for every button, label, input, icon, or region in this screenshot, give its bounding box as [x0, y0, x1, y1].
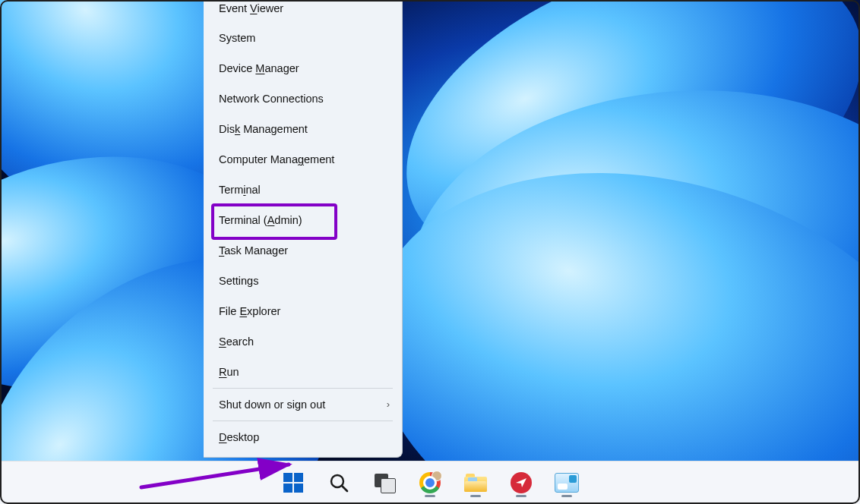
- menu-item-terminal[interactable]: Terminal: [204, 175, 402, 205]
- menu-item-settings[interactable]: Settings: [204, 266, 402, 296]
- desktop-wallpaper: [0, 0, 860, 504]
- menu-item-terminal-admin[interactable]: Terminal (Admin): [204, 205, 402, 235]
- taskbar-file-explorer-button[interactable]: [460, 467, 492, 499]
- winx-context-menu: Event ViewerSystemDevice ManagerNetwork …: [204, 0, 403, 458]
- taskbar-control-panel-button[interactable]: [551, 467, 583, 499]
- menu-item-event-viewer[interactable]: Event Viewer: [204, 0, 402, 23]
- paper-plane-icon: [511, 472, 532, 493]
- menu-item-system[interactable]: System: [204, 23, 402, 53]
- menu-item-file-explorer[interactable]: File Explorer: [204, 296, 402, 326]
- taskbar-chrome-button[interactable]: [414, 467, 446, 499]
- folder-icon: [464, 474, 487, 492]
- menu-item-disk-management[interactable]: Disk Management: [204, 114, 402, 144]
- windows-icon: [283, 473, 303, 493]
- chevron-right-icon: ›: [387, 389, 390, 420]
- control-panel-icon: [555, 473, 579, 493]
- menu-item-computer-management[interactable]: Computer Management: [204, 144, 402, 175]
- menu-item-search[interactable]: Search: [204, 326, 402, 357]
- task-view-icon: [375, 474, 394, 492]
- menu-item-desktop[interactable]: Desktop: [204, 422, 402, 452]
- taskbar: [0, 461, 860, 504]
- menu-item-shut-down-or-sign-out[interactable]: Shut down or sign out›: [204, 389, 402, 420]
- svg-line-1: [342, 486, 347, 491]
- menu-item-run[interactable]: Run: [204, 357, 402, 387]
- search-icon: [329, 473, 349, 493]
- taskbar-app-red-button[interactable]: [505, 467, 537, 499]
- chrome-icon: [419, 472, 441, 493]
- taskbar-search-button[interactable]: [323, 467, 355, 499]
- taskbar-taskview-button[interactable]: [368, 467, 400, 499]
- menu-item-device-manager[interactable]: Device Manager: [204, 53, 402, 83]
- menu-item-task-manager[interactable]: Task Manager: [204, 235, 402, 266]
- menu-item-network-connections[interactable]: Network Connections: [204, 83, 402, 114]
- taskbar-start-button[interactable]: [277, 467, 309, 499]
